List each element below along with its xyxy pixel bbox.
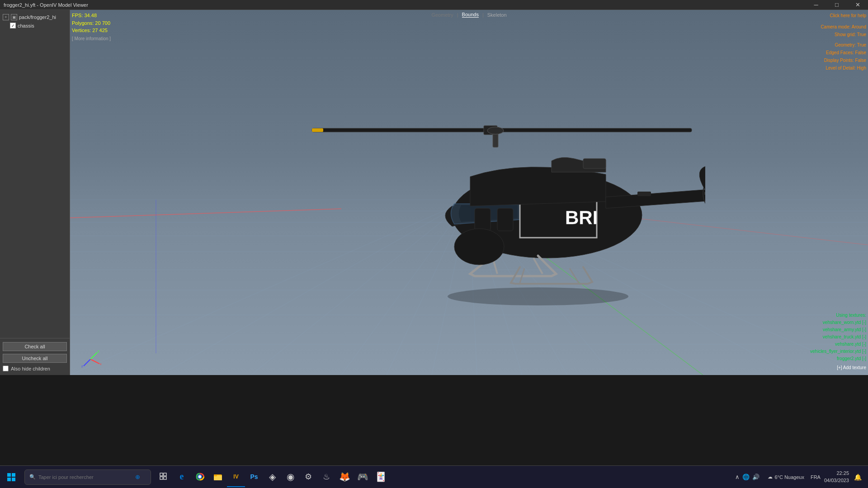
taskbar-icon-app8[interactable]: ⚙ (299, 467, 317, 487)
svg-rect-56 (7, 478, 11, 481)
time-display: 22:25 (824, 470, 849, 477)
also-hide-checkbox[interactable] (3, 366, 9, 371)
svg-point-47 (448, 287, 628, 305)
svg-point-31 (487, 127, 504, 134)
check-all-button[interactable]: Check all (3, 342, 67, 351)
taskbar-icon-openiv[interactable]: IV (227, 467, 245, 487)
network-icon[interactable]: 🌐 (742, 474, 750, 480)
show-grid: Show grid: True (821, 31, 866, 38)
speaker-icon[interactable]: 🔊 (752, 474, 760, 480)
texture-4[interactable]: vehicles_flyer_interior.ytd [-] (810, 348, 866, 355)
taskbar-icon-chrome[interactable] (191, 467, 209, 487)
more-info-link[interactable]: [ More information ] (72, 35, 111, 42)
taskbar-icon-edge[interactable]: e (173, 467, 191, 487)
geometry-tab[interactable]: Geometry (431, 12, 453, 18)
using-textures-label: Using textures: (810, 312, 866, 319)
hud-topright: Click here for help Camera mode: Around … (821, 12, 866, 72)
vertices-display: Vertices: 27 425 (72, 27, 111, 34)
svg-rect-34 (497, 208, 513, 231)
taskbar-right: ∧ 🌐 🔊 ☁ 6°C Nuageux FRA 22:25 04/03/2023… (731, 467, 868, 487)
click-hint[interactable]: Click here for help (821, 12, 866, 19)
svg-rect-33 (475, 208, 491, 231)
taskbar-icon-app10[interactable]: 🃏 (372, 467, 390, 487)
weather-widget[interactable]: ☁ 6°C Nuageux (765, 474, 807, 480)
taskbar-icon-ps[interactable]: Ps (245, 467, 263, 487)
date-display: 04/03/2023 (824, 477, 849, 484)
svg-line-49 (90, 352, 97, 359)
svg-rect-57 (12, 478, 15, 481)
window-title: frogger2_hi.yft - OpenIV Model Viewer (4, 2, 88, 8)
level-detail: Level of Detail: High (821, 64, 866, 72)
taskbar-icon-explorer[interactable] (209, 467, 227, 487)
polygons-display: Polygons: 20 700 (72, 19, 111, 27)
expand-icon[interactable]: + (3, 14, 9, 20)
task-view-button[interactable] (155, 467, 173, 487)
svg-rect-55 (12, 473, 15, 477)
clock[interactable]: 22:25 04/03/2023 (824, 470, 849, 484)
chassis-label: chassis (18, 23, 34, 28)
svg-line-44 (570, 268, 579, 283)
weather-info: 6°C Nuageux (774, 474, 804, 480)
search-bar[interactable]: 🔍 ⊕ (24, 469, 151, 485)
titlebar: frogger2_hi.yft - OpenIV Model Viewer ─ … (0, 0, 868, 10)
uncheck-all-button[interactable]: Uncheck all (3, 354, 67, 363)
camera-mode: Camera mode: Around (821, 23, 866, 31)
bounds-tab[interactable]: Bounds (462, 12, 479, 18)
hud-stats: FPS: 34.48 Polygons: 20 700 Vertices: 27… (72, 12, 111, 42)
skeleton-tab[interactable]: Skeleton (487, 12, 507, 18)
svg-rect-29 (312, 128, 323, 132)
svg-rect-59 (164, 473, 166, 476)
tree-item-chassis[interactable]: chassis (2, 22, 68, 29)
start-button[interactable] (0, 466, 23, 488)
viewport[interactable]: BRI (70, 10, 868, 375)
svg-rect-61 (164, 477, 166, 479)
folder-icon: ▣ (11, 14, 17, 20)
taskbar-icon-app7[interactable]: ◉ (281, 467, 299, 487)
svg-point-45 (454, 229, 504, 265)
taskbar-icon-app9[interactable]: 🎮 (354, 467, 372, 487)
svg-line-48 (90, 359, 99, 364)
sidebar-bottom: Check all Uncheck all Also hide children (0, 338, 70, 375)
chevron-up-icon[interactable]: ∧ (735, 474, 740, 480)
svg-text:BRI: BRI (565, 207, 598, 228)
system-tray: ∧ 🌐 🔊 (731, 474, 763, 480)
svg-rect-54 (7, 473, 11, 477)
texture-0[interactable]: vehshare_worn.ytd [-] (810, 319, 866, 326)
svg-text:z: z (81, 365, 83, 368)
svg-line-50 (84, 359, 90, 366)
window-controls: ─ □ ✕ (806, 0, 868, 10)
svg-rect-58 (160, 473, 163, 476)
svg-text:x: x (100, 362, 102, 366)
taskbar-icon-steam[interactable]: ♨ (317, 467, 335, 487)
scene-tree: + ▣ pack/frogger2_hi chassis (0, 10, 70, 338)
texture-3[interactable]: vehshare.ytd [-] (810, 341, 866, 348)
maximize-button[interactable]: □ (826, 0, 847, 10)
search-icon: 🔍 (29, 474, 36, 480)
axes-indicator: x y z (79, 348, 97, 366)
svg-point-63 (198, 475, 201, 478)
language-indicator[interactable]: FRA (809, 474, 822, 480)
chassis-checkbox[interactable] (10, 23, 16, 28)
svg-rect-36 (583, 159, 606, 169)
taskbar-icon-firefox[interactable]: 🦊 (335, 467, 354, 487)
texture-1[interactable]: vehshare_army.ytd [-] (810, 326, 866, 333)
svg-rect-46 (637, 192, 651, 196)
sidebar: + ▣ pack/frogger2_hi chassis Check all U… (0, 10, 70, 375)
taskbar-icon-app6[interactable]: ◈ (263, 467, 281, 487)
texture-2[interactable]: vehshare_truck.ytd [-] (810, 333, 866, 341)
helicopter-model: BRI (298, 89, 705, 314)
tree-root-label: pack/frogger2_hi (19, 14, 56, 20)
cloud-icon: ☁ (768, 474, 773, 480)
add-texture-button[interactable]: [+] Add texture (810, 364, 866, 371)
tree-root-item[interactable]: + ▣ pack/frogger2_hi (2, 13, 68, 22)
minimize-button[interactable]: ─ (806, 0, 826, 10)
close-button[interactable]: ✕ (847, 0, 868, 10)
texture-5[interactable]: frogger2.ytd [-] (810, 355, 866, 362)
notification-button[interactable]: 🔔 (851, 467, 864, 487)
edge-icon-search: ⊕ (135, 474, 140, 480)
notification-icon: 🔔 (854, 474, 862, 481)
hud-tabs: Geometry | Bounds | Skeleton (431, 12, 506, 18)
also-hide-children[interactable]: Also hide children (3, 366, 67, 371)
edged-faces: Edged Faces: False (821, 49, 866, 56)
search-input[interactable] (38, 474, 133, 480)
